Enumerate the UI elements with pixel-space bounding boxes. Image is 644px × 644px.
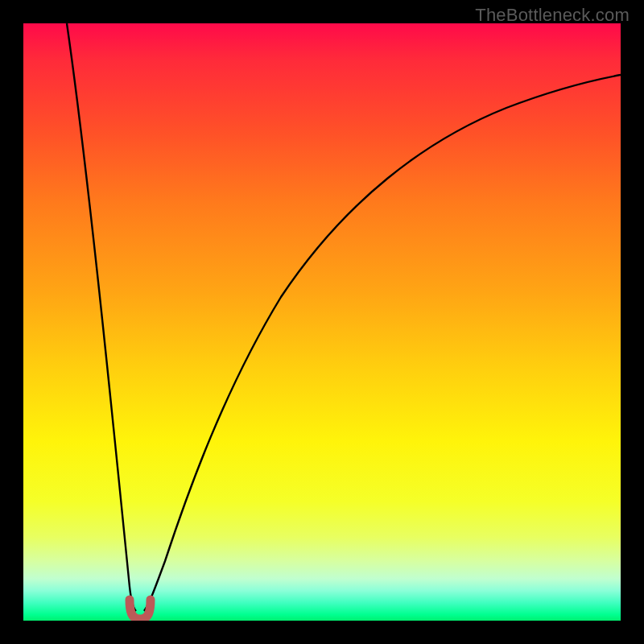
minimum-marker-icon <box>130 600 151 619</box>
bottleneck-curve <box>23 23 621 621</box>
curve-right-branch <box>144 75 621 611</box>
curve-left-branch <box>67 23 136 611</box>
watermark-text: TheBottleneck.com <box>475 5 630 26</box>
plot-area <box>23 23 621 621</box>
chart-frame: TheBottleneck.com <box>0 0 644 644</box>
